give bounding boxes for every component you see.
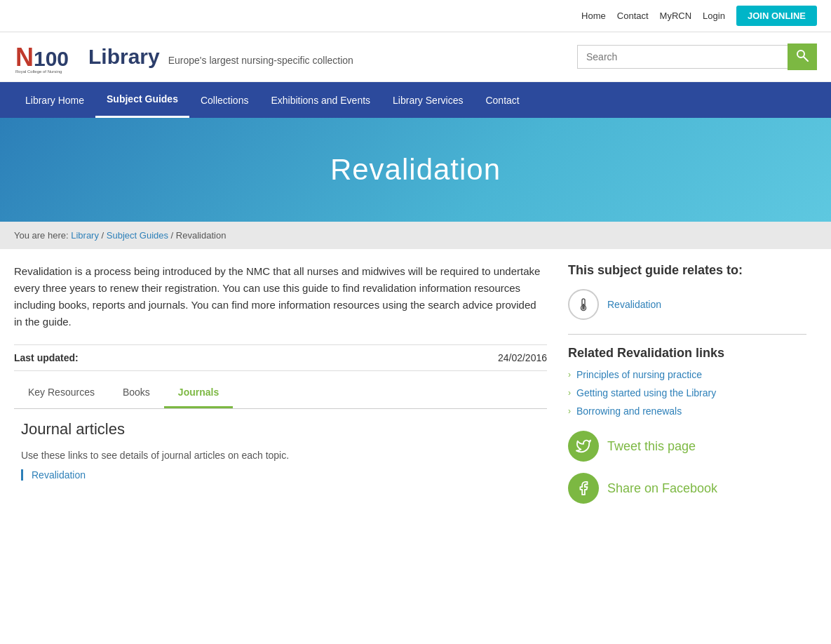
facebook-label: Share on Facebook [607,481,717,496]
nav-collections[interactable]: Collections [189,83,259,117]
twitter-icon [568,431,599,462]
nav-myrcn-link[interactable]: MyRCN [660,11,692,21]
nav-login-link[interactable]: Login [703,11,725,21]
breadcrumb: You are here: Library / Subject Guides /… [0,222,831,249]
svg-point-8 [582,307,585,309]
svg-text:Royal College of Nursing: Royal College of Nursing [15,69,62,74]
related-link-item-3: › Borrowing and renewals [568,405,806,417]
sidebar-divider-1 [568,334,806,335]
chevron-icon-3: › [568,406,571,416]
tweet-label: Tweet this page [607,439,696,454]
breadcrumb-library-link[interactable]: Library [71,230,99,241]
last-updated-label: Last updated: [14,352,79,363]
related-link-1[interactable]: Principles of nursing practice [576,369,702,380]
breadcrumb-separator-2: / [171,230,176,241]
svg-text:100: 100 [34,47,69,70]
search-area [577,43,817,70]
chevron-icon-2: › [568,388,571,398]
related-links-section: Related Revalidation links › Principles … [568,346,806,417]
tweet-button[interactable]: Tweet this page [568,431,806,462]
nav-library-services[interactable]: Library Services [381,83,474,117]
hero-banner: Revalidation [0,118,831,222]
breadcrumb-separator-1: / [102,230,107,241]
content-tabs: Key Resources Books Journals [14,378,547,409]
related-link-item-1: › Principles of nursing practice [568,369,806,380]
library-title-area: Library Europe's largest nursing-specifi… [88,45,353,69]
journal-articles-section: Journal articles Use these links to see … [14,420,547,481]
subject-guide-item: Revalidation [568,289,806,320]
nav-exhibitions-events[interactable]: Exhibitions and Events [259,83,381,117]
main-navigation: Library Home Subject Guides Collections … [0,82,831,118]
last-updated-date: 24/02/2016 [498,352,547,363]
thermometer-icon [575,296,592,313]
facebook-icon [568,473,599,504]
rcn-logo: N 100 Royal College of Nursing [14,39,77,74]
site-header: N 100 Royal College of Nursing Library E… [0,32,831,82]
tab-journals[interactable]: Journals [164,378,233,408]
related-links-title: Related Revalidation links [568,346,806,361]
search-icon [796,49,809,62]
revalidation-journal-link[interactable]: Revalidation [32,469,86,481]
nav-contact-link[interactable]: Contact [617,11,649,21]
subject-guide-revalidation-link[interactable]: Revalidation [607,299,661,310]
breadcrumb-subject-guides-link[interactable]: Subject Guides [107,230,168,241]
search-button[interactable] [788,43,817,70]
facebook-button[interactable]: Share on Facebook [568,473,806,504]
library-subtitle: Europe's largest nursing-specific collec… [168,55,353,66]
main-content: Revalidation is a process being introduc… [14,263,547,515]
subject-guide-title: This subject guide relates to: [568,263,806,278]
tab-key-resources[interactable]: Key Resources [14,378,109,408]
subject-guide-section: This subject guide relates to: Revalidat… [568,263,806,320]
join-online-button[interactable]: JOIN ONLINE [736,6,817,26]
journal-link-item: Revalidation [21,469,547,481]
tab-books[interactable]: Books [109,378,164,408]
svg-text:N: N [15,43,34,72]
revalidation-icon [568,289,599,320]
journal-description: Use these links to see details of journa… [14,450,547,461]
last-updated-bar: Last updated: 24/02/2016 [14,344,547,371]
nav-home-link[interactable]: Home [581,11,606,21]
related-link-item-2: › Getting started using the Library [568,387,806,398]
chevron-icon-1: › [568,370,571,380]
nav-contact[interactable]: Contact [474,83,530,117]
nav-library-home[interactable]: Library Home [14,83,95,117]
top-nav-links: Home Contact MyRCN Login JOIN ONLINE [581,6,817,26]
sidebar: This subject guide relates to: Revalidat… [568,263,806,515]
logo-area: N 100 Royal College of Nursing Library E… [14,39,353,74]
twitter-bird-icon [576,438,591,454]
related-link-2[interactable]: Getting started using the Library [576,387,716,398]
library-title: Library [88,45,160,69]
top-navigation: Home Contact MyRCN Login JOIN ONLINE [0,0,831,32]
breadcrumb-prefix: You are here: [14,230,71,241]
content-wrapper: Revalidation is a process being introduc… [0,249,831,529]
hero-title: Revalidation [14,153,817,187]
nav-subject-guides[interactable]: Subject Guides [95,82,189,118]
svg-line-4 [804,57,808,61]
related-link-3[interactable]: Borrowing and renewals [576,405,682,417]
breadcrumb-current: Revalidation [176,230,227,241]
description-text: Revalidation is a process being introduc… [14,263,547,330]
facebook-f-icon [576,481,591,496]
journal-articles-title: Journal articles [14,420,547,438]
search-input[interactable] [577,45,788,69]
